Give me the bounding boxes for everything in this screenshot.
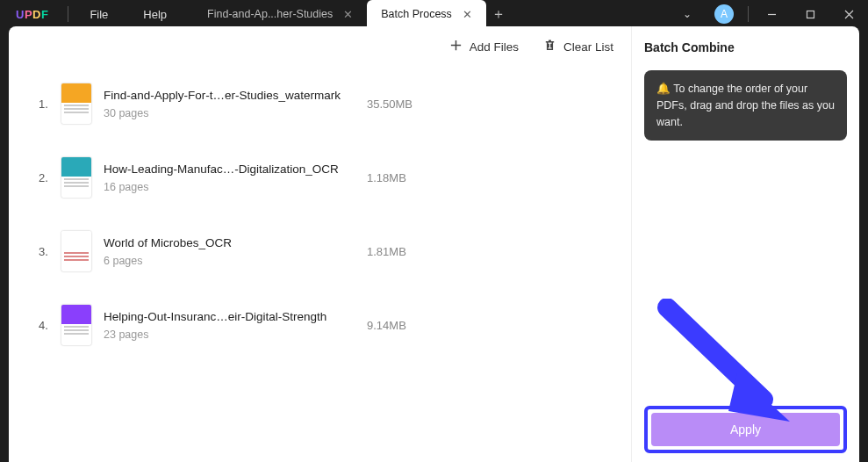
maximize-button[interactable] — [791, 0, 829, 28]
file-thumbnail — [61, 231, 91, 271]
apply-highlight: Apply — [644, 406, 847, 453]
app-logo: UPDF — [0, 8, 64, 21]
file-thumbnail — [61, 305, 91, 345]
row-number: 3. — [39, 245, 56, 258]
file-name: Find-and-Apply-For-t…er-Studies_watermar… — [104, 89, 367, 102]
avatar[interactable]: A — [714, 4, 734, 24]
file-pages: 30 pages — [104, 107, 367, 119]
main-panel: Add Files Clear List 1.Find-and-Apply-Fo… — [9, 26, 631, 462]
menu-help[interactable]: Help — [126, 0, 184, 28]
close-button[interactable] — [829, 0, 868, 28]
file-thumbnail — [61, 157, 91, 198]
row-number: 2. — [39, 171, 56, 184]
close-icon[interactable]: ✕ — [463, 8, 472, 21]
file-row[interactable]: 3.World of Microbes_OCR6 pages1.81MB — [39, 214, 619, 288]
toolbar: Add Files Clear List — [9, 26, 631, 67]
tab-active[interactable]: Batch Process ✕ — [367, 0, 486, 28]
svg-rect-0 — [807, 11, 814, 18]
plus-icon — [449, 39, 463, 54]
divider — [748, 6, 749, 22]
minimize-button[interactable] — [752, 0, 791, 28]
file-pages: 23 pages — [104, 328, 367, 341]
side-title: Batch Combine — [644, 40, 847, 54]
file-size: 35.50MB — [367, 97, 412, 111]
file-size: 1.81MB — [367, 245, 406, 258]
trash-icon — [543, 39, 556, 54]
tab-label: Find-and-Ap...her-Studies — [207, 8, 333, 20]
tab-label: Batch Process — [381, 8, 452, 20]
file-meta: World of Microbes_OCR6 pages — [104, 236, 367, 267]
menu-file[interactable]: File — [72, 0, 126, 28]
add-files-button[interactable]: Add Files — [449, 39, 519, 54]
close-icon[interactable]: ✕ — [343, 8, 353, 21]
new-tab-button[interactable]: ＋ — [486, 5, 511, 24]
file-meta: Find-and-Apply-For-t…er-Studies_watermar… — [104, 89, 367, 119]
file-row[interactable]: 1.Find-and-Apply-For-t…er-Studies_waterm… — [39, 67, 619, 141]
clear-list-button[interactable]: Clear List — [543, 39, 613, 54]
file-name: How-Leading-Manufac…-Digitalization_OCR — [104, 162, 367, 176]
file-name: Helping-Out-Insuranc…eir-Digital-Strengt… — [104, 310, 367, 323]
file-thumbnail — [61, 83, 91, 124]
chevron-down-icon[interactable]: ⌄ — [671, 8, 704, 20]
hint-box: 🔔 To change the order of your PDFs, drag… — [644, 70, 847, 141]
clear-list-label: Clear List — [563, 40, 613, 54]
file-pages: 16 pages — [104, 181, 367, 193]
file-list: 1.Find-and-Apply-For-t…er-Studies_waterm… — [9, 67, 631, 462]
file-meta: How-Leading-Manufac…-Digitalization_OCR1… — [104, 162, 367, 193]
window-controls: ⌄ A — [671, 0, 868, 28]
row-number: 4. — [39, 319, 56, 332]
file-meta: Helping-Out-Insuranc…eir-Digital-Strengt… — [104, 310, 367, 341]
add-files-label: Add Files — [470, 40, 519, 54]
tab-strip: Find-and-Ap...her-Studies ✕ Batch Proces… — [193, 0, 511, 28]
file-row[interactable]: 2.How-Leading-Manufac…-Digitalization_OC… — [39, 141, 619, 214]
tab-inactive[interactable]: Find-and-Ap...her-Studies ✕ — [193, 0, 367, 28]
side-panel: Batch Combine 🔔 To change the order of y… — [631, 26, 859, 462]
titlebar: UPDF File Help Find-and-Ap...her-Studies… — [0, 0, 868, 28]
file-size: 9.14MB — [367, 319, 406, 332]
content: Add Files Clear List 1.Find-and-Apply-Fo… — [9, 26, 859, 462]
file-pages: 6 pages — [104, 255, 367, 267]
apply-button[interactable]: Apply — [651, 413, 840, 446]
divider — [68, 6, 68, 22]
file-name: World of Microbes_OCR — [104, 236, 367, 249]
file-row[interactable]: 4.Helping-Out-Insuranc…eir-Digital-Stren… — [39, 288, 619, 362]
file-size: 1.18MB — [367, 171, 406, 184]
row-number: 1. — [39, 97, 56, 111]
